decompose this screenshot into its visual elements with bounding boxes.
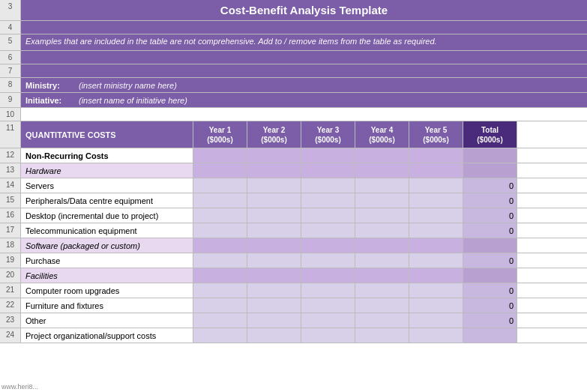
cell-10-y2[interactable]: [247, 298, 301, 313]
row-label-9: Computer room upgrades: [21, 283, 193, 298]
cell-0-y5[interactable]: [409, 148, 463, 163]
data-row-0: 12 Non-Recurring Costs: [0, 148, 587, 163]
row-6: 6: [0, 51, 587, 64]
cell-2-y2[interactable]: [247, 178, 301, 193]
cell-3-y2[interactable]: [247, 193, 301, 208]
cell-5-y4[interactable]: [355, 223, 409, 238]
cell-3-y1[interactable]: [193, 193, 247, 208]
row-num-12: 12: [0, 148, 21, 163]
cell-1-y3[interactable]: [301, 163, 355, 178]
cell-9-y4[interactable]: [355, 283, 409, 298]
cell-10-total[interactable]: 0: [463, 298, 517, 313]
cell-5-y5[interactable]: [409, 223, 463, 238]
cell-6-y3[interactable]: [301, 238, 355, 253]
row-label-4: Desktop (incremental due to project): [21, 208, 193, 223]
cell-12-y3[interactable]: [301, 328, 355, 343]
cell-6-total[interactable]: [463, 238, 517, 253]
cell-4-y1[interactable]: [193, 208, 247, 223]
col-year-1: Year 1($000s): [193, 121, 247, 148]
cell-7-y5[interactable]: [409, 253, 463, 268]
cell-8-y2[interactable]: [247, 268, 301, 283]
cell-5-y2[interactable]: [247, 223, 301, 238]
cell-7-y2[interactable]: [247, 253, 301, 268]
cell-12-total[interactable]: [463, 328, 517, 343]
col-year-2: Year 2($000s): [247, 121, 301, 148]
row-label-11: Other: [21, 313, 193, 328]
cell-9-total[interactable]: 0: [463, 283, 517, 298]
ministry-value: (insert ministry name here): [79, 81, 177, 90]
cell-8-y5[interactable]: [409, 268, 463, 283]
row-num-5: 5: [0, 34, 21, 50]
cell-7-y4[interactable]: [355, 253, 409, 268]
cell-3-total[interactable]: 0: [463, 193, 517, 208]
cell-4-y4[interactable]: [355, 208, 409, 223]
cell-2-y4[interactable]: [355, 178, 409, 193]
cell-10-y3[interactable]: [301, 298, 355, 313]
cell-1-y1[interactable]: [193, 163, 247, 178]
cell-1-y5[interactable]: [409, 163, 463, 178]
row-label-3: Peripherals/Data centre equipment: [21, 193, 193, 208]
cell-11-y4[interactable]: [355, 313, 409, 328]
cell-2-y5[interactable]: [409, 178, 463, 193]
row-label-2: Servers: [21, 178, 193, 193]
data-row-1: 13 Hardware: [0, 163, 587, 178]
cell-8-total[interactable]: [463, 268, 517, 283]
cell-6-y1[interactable]: [193, 238, 247, 253]
cell-1-total[interactable]: [463, 163, 517, 178]
cell-4-total[interactable]: 0: [463, 208, 517, 223]
cell-0-y3[interactable]: [301, 148, 355, 163]
cell-7-y1[interactable]: [193, 253, 247, 268]
cell-3-y5[interactable]: [409, 193, 463, 208]
cell-12-y4[interactable]: [355, 328, 409, 343]
cell-4-y3[interactable]: [301, 208, 355, 223]
cell-9-y1[interactable]: [193, 283, 247, 298]
cell-0-total[interactable]: [463, 148, 517, 163]
cell-0-y1[interactable]: [193, 148, 247, 163]
cell-0-y4[interactable]: [355, 148, 409, 163]
cell-12-y2[interactable]: [247, 328, 301, 343]
row-4: 4: [0, 21, 587, 34]
cell-8-y3[interactable]: [301, 268, 355, 283]
cell-1-y2[interactable]: [247, 163, 301, 178]
cell-7-y3[interactable]: [301, 253, 355, 268]
cell-0-y2[interactable]: [247, 148, 301, 163]
row-num-4: 4: [0, 21, 21, 34]
cell-6-y2[interactable]: [247, 238, 301, 253]
cell-1-y4[interactable]: [355, 163, 409, 178]
cell-9-y5[interactable]: [409, 283, 463, 298]
col-year-4: Year 4($000s): [355, 121, 409, 148]
cell-10-y5[interactable]: [409, 298, 463, 313]
data-row-3: 15 Peripherals/Data centre equipment 0: [0, 193, 587, 208]
row-label-6: Software (packaged or custom): [21, 238, 193, 253]
cell-9-y3[interactable]: [301, 283, 355, 298]
cell-11-y2[interactable]: [247, 313, 301, 328]
cell-9-y2[interactable]: [247, 283, 301, 298]
data-row-8: 20 Facilities: [0, 268, 587, 283]
cell-5-total[interactable]: 0: [463, 223, 517, 238]
cell-5-y1[interactable]: [193, 223, 247, 238]
cell-12-y1[interactable]: [193, 328, 247, 343]
cell-11-total[interactable]: 0: [463, 313, 517, 328]
cell-11-y3[interactable]: [301, 313, 355, 328]
cell-11-y1[interactable]: [193, 313, 247, 328]
cell-8-y1[interactable]: [193, 268, 247, 283]
cell-6-y5[interactable]: [409, 238, 463, 253]
cell-2-y3[interactable]: [301, 178, 355, 193]
cell-3-y4[interactable]: [355, 193, 409, 208]
cell-10-y1[interactable]: [193, 298, 247, 313]
cell-6-y4[interactable]: [355, 238, 409, 253]
row-num-7: 7: [0, 64, 21, 77]
cell-5-y3[interactable]: [301, 223, 355, 238]
cell-3-y3[interactable]: [301, 193, 355, 208]
cell-12-y5[interactable]: [409, 328, 463, 343]
cell-4-y2[interactable]: [247, 208, 301, 223]
cell-4-y5[interactable]: [409, 208, 463, 223]
data-row-10: 22 Furniture and fixtures 0: [0, 298, 587, 313]
cell-2-total[interactable]: 0: [463, 178, 517, 193]
cell-2-y1[interactable]: [193, 178, 247, 193]
cell-8-y4[interactable]: [355, 268, 409, 283]
cell-7-total[interactable]: 0: [463, 253, 517, 268]
cell-10-y4[interactable]: [355, 298, 409, 313]
row-label-5: Telecommunication equipment: [21, 223, 193, 238]
cell-11-y5[interactable]: [409, 313, 463, 328]
